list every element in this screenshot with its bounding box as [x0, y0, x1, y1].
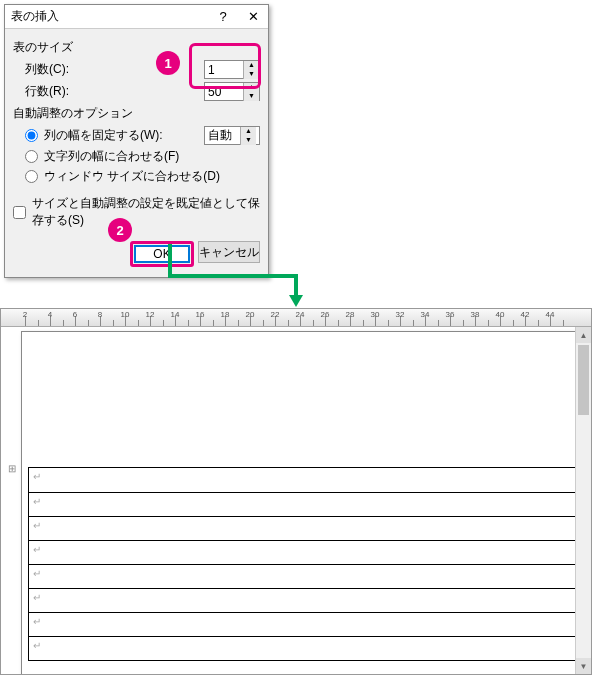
- ruler-label: 36: [446, 310, 455, 319]
- ruler-label: 34: [421, 310, 430, 319]
- paragraph-mark-icon: ↵: [33, 592, 41, 603]
- ruler-label: 16: [196, 310, 205, 319]
- ruler-label: 8: [98, 310, 102, 319]
- callout-1: 1: [156, 51, 180, 75]
- table-row[interactable]: ↵: [29, 540, 577, 564]
- ruler-label: 18: [221, 310, 230, 319]
- inserted-table[interactable]: ↵↵↵↵↵↵↵↵: [28, 467, 578, 661]
- ruler-label: 30: [371, 310, 380, 319]
- callout-2: 2: [108, 218, 132, 242]
- width-down-icon[interactable]: ▼: [240, 136, 256, 145]
- dialog-titlebar: 表の挿入 ? ✕: [5, 5, 268, 29]
- paragraph-mark-icon: ↵: [33, 640, 41, 651]
- spinner-highlight: [189, 43, 261, 89]
- fixed-width-value-text: 自動: [208, 127, 240, 144]
- width-up-icon[interactable]: ▲: [240, 127, 256, 136]
- autofit-window-radio[interactable]: [25, 170, 38, 183]
- help-button[interactable]: ?: [208, 6, 238, 28]
- table-row[interactable]: ↵: [29, 516, 577, 540]
- table-row[interactable]: ↵: [29, 636, 577, 660]
- ruler-ticks: 2468101214161820222426283032343638404244: [25, 309, 591, 326]
- arrow-segment-v2: [294, 274, 298, 296]
- ruler-label: 40: [496, 310, 505, 319]
- paragraph-mark-icon: ↵: [33, 496, 41, 507]
- table-anchor-icon[interactable]: ⊞: [8, 463, 16, 474]
- table-row[interactable]: ↵: [29, 492, 577, 516]
- arrow-head-icon: [289, 295, 303, 307]
- ruler-label: 24: [296, 310, 305, 319]
- ruler-label: 32: [396, 310, 405, 319]
- ruler-label: 6: [73, 310, 77, 319]
- horizontal-ruler: 2468101214161820222426283032343638404244: [1, 309, 591, 327]
- table-row[interactable]: ↵: [29, 564, 577, 588]
- fixed-width-value[interactable]: 自動 ▲▼: [204, 126, 260, 145]
- document-page: ⊞ ↵↵↵↵↵↵↵↵: [21, 331, 585, 675]
- autofit-window-label: ウィンドウ サイズに合わせる(D): [44, 168, 220, 185]
- ruler-label: 20: [246, 310, 255, 319]
- cancel-button[interactable]: キャンセル: [198, 241, 260, 263]
- ruler-label: 2: [23, 310, 27, 319]
- table-row[interactable]: ↵: [29, 468, 577, 492]
- ruler-label: 28: [346, 310, 355, 319]
- ruler-label: 22: [271, 310, 280, 319]
- scroll-thumb[interactable]: [578, 345, 589, 415]
- autofit-contents-radio[interactable]: [25, 150, 38, 163]
- fixed-width-radio[interactable]: [25, 129, 38, 142]
- rows-label: 行数(R):: [25, 83, 204, 100]
- rows-down-icon[interactable]: ▼: [243, 92, 259, 101]
- save-defaults-label: サイズと自動調整の設定を既定値として保存する(S): [32, 195, 260, 229]
- fixed-width-label: 列の幅を固定する(W):: [44, 127, 163, 144]
- paragraph-mark-icon: ↵: [33, 544, 41, 555]
- ruler-label: 14: [171, 310, 180, 319]
- dialog-title: 表の挿入: [5, 8, 208, 25]
- autofit-contents-label: 文字列の幅に合わせる(F): [44, 148, 179, 165]
- document-area: 2468101214161820222426283032343638404244…: [0, 308, 592, 675]
- save-defaults-checkbox[interactable]: [13, 206, 26, 219]
- paragraph-mark-icon: ↵: [33, 616, 41, 627]
- paragraph-mark-icon: ↵: [33, 568, 41, 579]
- arrow-segment-h: [168, 274, 296, 278]
- table-row[interactable]: ↵: [29, 588, 577, 612]
- ok-button[interactable]: OK: [134, 245, 190, 263]
- ruler-label: 38: [471, 310, 480, 319]
- ruler-label: 12: [146, 310, 155, 319]
- button-bar: OK キャンセル: [13, 237, 260, 269]
- table-row[interactable]: ↵: [29, 612, 577, 636]
- ruler-label: 4: [48, 310, 52, 319]
- paragraph-mark-icon: ↵: [33, 520, 41, 531]
- vertical-scrollbar[interactable]: ▲ ▼: [575, 327, 591, 674]
- scroll-up-icon[interactable]: ▲: [576, 327, 591, 343]
- scroll-down-icon[interactable]: ▼: [576, 658, 591, 674]
- ruler-label: 42: [521, 310, 530, 319]
- ruler-label: 10: [121, 310, 130, 319]
- section-auto-label: 自動調整のオプション: [13, 105, 260, 122]
- close-button[interactable]: ✕: [238, 6, 268, 28]
- paragraph-mark-icon: ↵: [33, 471, 41, 482]
- ruler-label: 26: [321, 310, 330, 319]
- ok-highlight: OK: [130, 241, 194, 267]
- arrow-segment-v1: [168, 244, 172, 276]
- ruler-label: 44: [546, 310, 555, 319]
